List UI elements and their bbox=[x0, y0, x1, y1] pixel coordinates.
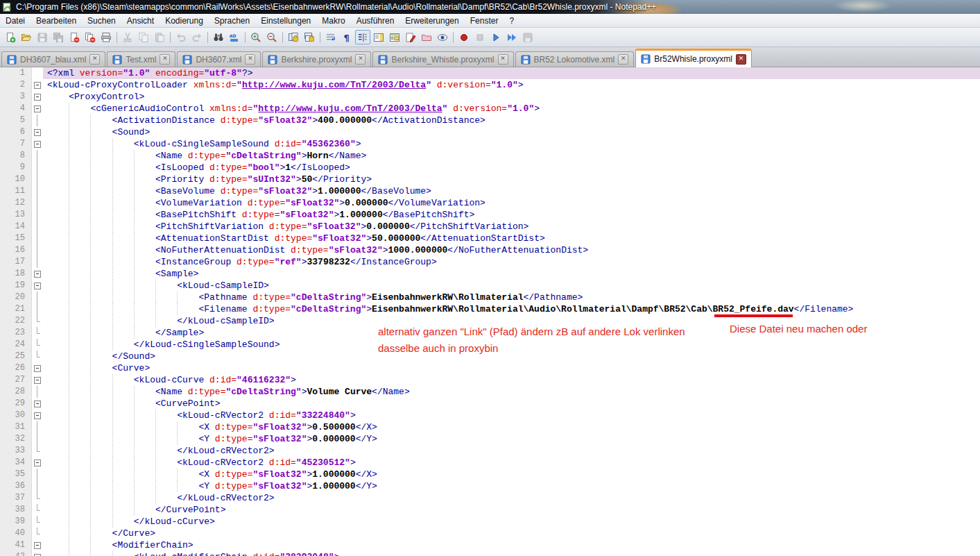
code-line-33[interactable]: 33</kLoud-cRVector2> bbox=[0, 445, 980, 457]
code-line-25[interactable]: 25</Sound> bbox=[0, 351, 980, 362]
code-line-17[interactable]: 17<InstanceGroup d:type="ref">33798232</… bbox=[0, 256, 980, 268]
menu-item-[interactable]: ? bbox=[504, 15, 519, 27]
code-line-1[interactable]: 1<?xml version="1.0" encoding="utf-8"?> bbox=[0, 67, 980, 79]
code-line-40[interactable]: 40</Curve> bbox=[0, 528, 980, 539]
macro-run-multiple-button[interactable] bbox=[504, 30, 519, 44]
find-button[interactable] bbox=[211, 30, 226, 44]
tab-dh3607-blau-xml[interactable]: DH3607_blau.xml✕ bbox=[1, 51, 105, 67]
code-line-39[interactable]: 39</kLoud-cCurve> bbox=[0, 516, 980, 528]
tab-br52-lokomotive-xml[interactable]: BR52 Lokomotive.xml✕ bbox=[515, 51, 635, 67]
code-line-9[interactable]: 9<IsLooped d:type="bool">1</IsLooped> bbox=[0, 162, 980, 174]
doc-map-button[interactable] bbox=[371, 30, 386, 44]
tab-berkshire-whistle-proxyxml[interactable]: Berkshire_Whistle.proxyxml✕ bbox=[372, 51, 513, 67]
fold-toggle-icon[interactable] bbox=[32, 374, 43, 386]
word-wrap-button[interactable] bbox=[323, 30, 338, 44]
code-line-5[interactable]: 5<ActivationDistance d:type="sFloat32">4… bbox=[0, 115, 980, 126]
show-all-characters-button[interactable]: ¶ bbox=[339, 30, 354, 44]
menu-item-erweiterungen[interactable]: Erweiterungen bbox=[399, 15, 464, 27]
tab-close-icon[interactable]: ✕ bbox=[160, 54, 170, 65]
code-line-32[interactable]: 32<Y d:type="sFloat32">0.000000</Y> bbox=[0, 433, 980, 445]
function-list-button[interactable] bbox=[387, 30, 402, 44]
fold-toggle-icon[interactable] bbox=[32, 126, 43, 138]
fold-toggle-icon[interactable] bbox=[32, 138, 43, 150]
code-line-27[interactable]: 27<kLoud-cCurve d:id="46116232"> bbox=[0, 374, 980, 386]
code-line-11[interactable]: 11<BaseVolume d:type="sFloat32">1.000000… bbox=[0, 185, 980, 197]
monitoring-button[interactable] bbox=[435, 30, 450, 44]
fold-toggle-icon[interactable] bbox=[32, 79, 43, 91]
code-line-16[interactable]: 16<NoFutherAttenuationDist d:type="sFloa… bbox=[0, 244, 980, 256]
menu-item-sprachen[interactable]: Sprachen bbox=[209, 15, 255, 27]
define-language-button[interactable] bbox=[403, 30, 418, 44]
fold-toggle-icon[interactable] bbox=[32, 362, 43, 374]
menu-item-suchen[interactable]: Suchen bbox=[82, 15, 121, 27]
code-line-8[interactable]: 8<Name d:type="cDeltaString">Horn</Name> bbox=[0, 150, 980, 162]
macro-record-button[interactable] bbox=[456, 30, 472, 44]
code-line-6[interactable]: 6<Sound> bbox=[0, 126, 980, 138]
code-line-7[interactable]: 7<kLoud-cSingleSampleSound d:id="4536236… bbox=[0, 138, 980, 150]
folder-as-workspace-button[interactable] bbox=[419, 30, 434, 44]
code-line-30[interactable]: 30<kLoud-cRVector2 d:id="33224840"> bbox=[0, 410, 980, 421]
code-line-2[interactable]: 2<kLoud-cProxyControlLoader xmlns:d="htt… bbox=[0, 79, 980, 91]
close-file-button[interactable] bbox=[67, 30, 82, 44]
code-line-22[interactable]: 22</kLoud-cSampleID> bbox=[0, 315, 980, 327]
code-line-37[interactable]: 37</kLoud-cRVector2> bbox=[0, 492, 980, 504]
fold-toggle-icon[interactable] bbox=[32, 539, 43, 551]
code-line-36[interactable]: 36<Y d:type="sFloat32">1.000000</Y> bbox=[0, 480, 980, 492]
code-line-24[interactable]: 24</kLoud-cSingleSampleSound> bbox=[0, 339, 980, 351]
code-line-3[interactable]: 3<ProxyControl> bbox=[0, 91, 980, 103]
code-line-18[interactable]: 18<Sample> bbox=[0, 268, 980, 280]
tab-close-icon[interactable]: ✕ bbox=[89, 54, 100, 65]
code-line-31[interactable]: 31<X d:type="sFloat32">0.500000</X> bbox=[0, 421, 980, 433]
show-indent-guide-button[interactable] bbox=[355, 30, 370, 44]
fold-toggle-icon[interactable] bbox=[32, 268, 43, 280]
zoom-in-button[interactable] bbox=[248, 30, 264, 44]
code-line-28[interactable]: 28<Name d:type="cDeltaString">Volume Cur… bbox=[0, 386, 980, 398]
menu-item-kodierung[interactable]: Kodierung bbox=[160, 15, 209, 27]
open-file-button[interactable] bbox=[19, 30, 34, 44]
code-line-38[interactable]: 38</CurvePoint> bbox=[0, 504, 980, 516]
tab-br52whisle-proxyxml[interactable]: Br52Whisle.proxyxml✕ bbox=[635, 49, 752, 67]
fold-toggle-icon[interactable] bbox=[32, 91, 43, 103]
sync-scroll-vertical-button[interactable] bbox=[286, 30, 301, 44]
fold-toggle-icon[interactable] bbox=[32, 280, 43, 292]
new-file-button[interactable] bbox=[3, 30, 18, 44]
code-line-12[interactable]: 12<VolumeVariation d:type="sFloat32">0.0… bbox=[0, 197, 980, 209]
fold-toggle-icon[interactable] bbox=[32, 103, 43, 115]
tab-dh3607-xml[interactable]: DH3607.xml✕ bbox=[177, 51, 261, 67]
print-button[interactable] bbox=[98, 30, 114, 44]
zoom-out-button[interactable] bbox=[264, 30, 280, 44]
fold-toggle-icon[interactable] bbox=[32, 410, 43, 421]
tab-close-icon[interactable]: ✕ bbox=[498, 54, 508, 65]
tab-berkshire-proxyxml[interactable]: Berkshire.proxyxml✕ bbox=[262, 51, 371, 67]
tab-close-icon[interactable]: ✕ bbox=[355, 54, 366, 65]
menu-item-bearbeiten[interactable]: Bearbeiten bbox=[31, 15, 82, 27]
fold-toggle-icon[interactable] bbox=[32, 457, 43, 469]
menu-item-ausf-hren[interactable]: Ausführen bbox=[351, 15, 400, 27]
replace-button[interactable]: ab bbox=[227, 30, 242, 44]
code-line-34[interactable]: 34<kLoud-cRVector2 d:id="45230512"> bbox=[0, 457, 980, 469]
code-line-15[interactable]: 15<AttenuationStartDist d:type="sFloat32… bbox=[0, 233, 980, 244]
tab-close-icon[interactable]: ✕ bbox=[618, 54, 628, 65]
code-line-19[interactable]: 19<kLoud-cSampleID> bbox=[0, 280, 980, 292]
code-line-10[interactable]: 10<Priority d:type="sUInt32">50</Priorit… bbox=[0, 174, 980, 185]
code-line-26[interactable]: 26<Curve> bbox=[0, 362, 980, 374]
fold-toggle-icon[interactable] bbox=[32, 551, 43, 556]
menu-item-makro[interactable]: Makro bbox=[316, 15, 350, 27]
code-line-13[interactable]: 13<BasePitchShift d:type="sFloat32">1.00… bbox=[0, 209, 980, 221]
code-line-14[interactable]: 14<PitchShiftVariation d:type="sFloat32"… bbox=[0, 221, 980, 233]
menu-item-fenster[interactable]: Fenster bbox=[465, 15, 504, 27]
code-line-41[interactable]: 41<ModifierChain> bbox=[0, 539, 980, 551]
code-line-23[interactable]: 23</Sample> bbox=[0, 327, 980, 339]
code-line-4[interactable]: 4<cGenericAudioControl xmlns:d="http://w… bbox=[0, 103, 980, 115]
macro-play-button[interactable] bbox=[488, 30, 504, 44]
code-line-20[interactable]: 20<Pathname d:type="cDeltaString">Eisenb… bbox=[0, 292, 980, 303]
sync-scroll-horizontal-button[interactable] bbox=[302, 30, 317, 44]
tab-close-icon[interactable]: ✕ bbox=[736, 54, 746, 65]
fold-toggle-icon[interactable] bbox=[32, 398, 43, 410]
code-line-42[interactable]: 42<kLoud-cModifierChain d:id="28292048"> bbox=[0, 551, 980, 556]
code-line-29[interactable]: 29<CurvePoint> bbox=[0, 398, 980, 410]
menu-item-einstellungen[interactable]: Einstellungen bbox=[255, 15, 316, 27]
close-all-button[interactable] bbox=[83, 30, 98, 44]
menu-item-ansicht[interactable]: Ansicht bbox=[121, 15, 160, 27]
code-line-35[interactable]: 35<X d:type="sFloat32">1.000000</X> bbox=[0, 469, 980, 480]
